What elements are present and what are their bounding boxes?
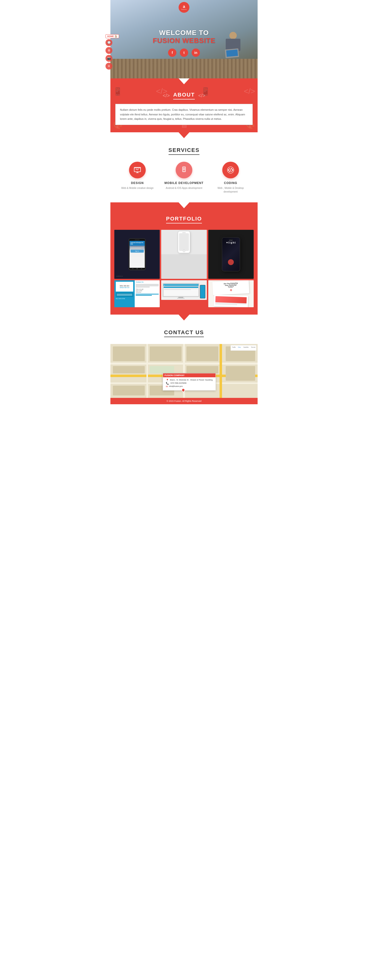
sidebar-item-chat[interactable]: 💬 [110,39,112,46]
svg-rect-1 [134,167,141,168]
service-design-icon [129,162,146,178]
hero-person [223,32,243,66]
service-coding-icon [222,162,239,178]
svg-point-5 [184,171,184,172]
footer: © 2015 Fusion. All Rights Reserved [110,398,258,404]
about-section: 📱 </> 📱 </> 🎨 🖥 🎨 </> ABOUT </> Nullam d… [110,84,258,132]
portfolio-header: PORTFOLIO [114,216,254,223]
portfolio-item-flyer[interactable]: Are You EnjoyingYour RedesignToday? + [208,280,254,307]
about-text: Nullam dictum felis eu pede mollis preti… [120,108,245,120]
contact-section: CONTACT US [110,320,258,344]
hero-arrow-separator [110,78,258,84]
portfolio-section: PORTFOLIO Who We AreWhat We Do 81 [110,208,258,315]
service-design: DESIGN Web & Mobile creative design [118,162,157,194]
svg-text:Satellite: Satellite [243,347,249,348]
portfolio-item-android[interactable]: Android UI Design Kit PSD Sign In [114,230,160,279]
map-phone-icon: 📞 [166,382,169,385]
services-header: SERVICES [115,147,253,155]
map-address-icon: 📍 [166,379,169,382]
hero-subtitle: FUSION WEBSITE [153,37,215,45]
sidebar: HOME 🏠 💬 ⚙ 📷 ✈ [110,34,119,70]
map-email-row: ✉ info@fusion.pro [166,385,213,388]
services-section: SERVICES DESIGN Web & Mobile creative de… [110,138,258,202]
contact-title: CONTACT US [164,329,204,337]
map-company-name: FUSION COMPANY [163,373,215,377]
hero-content: WELCOME TO FUSION WEBSITE f t in [153,29,215,57]
service-coding: CODING Web , Mobile & Desktop developmen… [211,162,250,194]
service-mobile: MOBILE DEVELOPMENT Android & IOS Apps de… [164,162,204,194]
portfolio-item-brochure[interactable]: Who We AreWhat We Do 812-345-6700 Contac… [114,280,160,307]
logo-letter: a [183,5,185,9]
sidebar-home-button[interactable]: HOME 🏠 [110,34,119,38]
service-mobile-icon [176,162,192,178]
portfolio-title: PORTFOLIO [166,216,202,223]
about-title-row: </> ABOUT </> [115,92,253,99]
svg-rect-25 [186,366,218,373]
svg-rect-24 [150,366,174,373]
svg-rect-30 [230,345,256,351]
about-header: </> ABOUT </> [115,92,253,99]
hero-title: WELCOME TO [153,29,215,37]
service-mobile-desc: Android & IOS Apps development [166,186,202,190]
about-arrow-separator [110,132,258,138]
svg-rect-23 [113,366,145,373]
pin-circle [181,388,186,393]
service-design-name: DESIGN [131,181,144,185]
sidebar-item-send[interactable]: ✈ [110,63,112,70]
map-location-pin [182,388,185,392]
home-icon: 🏠 [115,35,117,38]
services-grid: DESIGN Web & Mobile creative design MOBI… [115,162,253,194]
camera-icon: 📷 [110,57,111,60]
about-title-container: ABOUT [173,92,195,99]
map-email: info@fusion.pro [169,385,182,387]
chat-icon: 💬 [110,41,111,45]
portfolio-arrow-down [179,315,189,320]
svg-text:Map: Map [238,347,241,348]
svg-rect-21 [150,347,182,361]
portfolio-arrow-separator [110,315,258,320]
twitter-icon[interactable]: t [180,49,188,57]
logo-text: fusion [181,9,187,10]
home-label: HOME [110,35,114,38]
contact-header: CONTACT US [115,329,253,337]
facebook-icon[interactable]: f [168,49,176,57]
about-arrow-down [179,132,189,138]
hero-section: a fusion WELCOME TO FUSION WEBSITE f t i… [110,0,258,78]
svg-rect-26 [113,386,145,395]
svg-rect-20 [113,347,145,361]
hero-social-links: f t in [153,49,215,57]
about-deco-left: </> [163,93,170,99]
svg-rect-22 [186,347,218,361]
about-text-box: Nullam dictum felis eu pede mollis preti… [115,104,253,125]
svg-rect-29 [226,366,255,381]
about-deco-right: </> [198,93,205,99]
sidebar-item-settings[interactable]: ⚙ [110,47,112,54]
linkedin-icon[interactable]: in [192,49,200,57]
services-arrow-down [179,202,189,208]
logo-badge: a fusion [179,2,189,13]
hero-arrow-down [179,78,189,84]
footer-text: © 2015 Fusion. All Rights Reserved [166,400,202,402]
map-container[interactable]: Traffic Map Satellite Terrain FUSION COM… [110,344,258,398]
service-coding-desc: Web , Mobile & Desktop development [211,186,250,194]
portfolio-item-starnight[interactable]: star ✦light [208,230,254,279]
map-phone-row: 📞 +970 598-0225898 [166,382,213,385]
svg-text:Terrain: Terrain [251,347,255,348]
map-address: Elano , N. Mobnda St . Shawe & Flower Sa… [170,379,213,381]
map-email-icon: ✉ [166,385,168,388]
services-title: SERVICES [168,147,200,155]
services-arrow-separator [110,202,258,208]
svg-text:Traffic: Traffic [232,347,236,348]
map-phone: +970 598-0225898 [170,382,186,384]
service-mobile-name: MOBILE DEVELOPMENT [164,181,203,185]
map-address-row: 📍 Elano , N. Mobnda St . Shawe & Flower … [166,379,213,382]
service-coding-name: CODING [224,181,237,185]
svg-line-12 [230,168,231,172]
about-title: ABOUT [173,92,195,99]
portfolio-grid: Who We AreWhat We Do 812-345-6700 Contac… [114,228,254,307]
portfolio-item-website[interactable] [161,280,206,300]
map-info-box: FUSION COMPANY 📍 Elano , N. Mobnda St . … [163,373,216,391]
sidebar-item-camera[interactable]: 📷 [110,55,112,62]
portfolio-item-iphone-white[interactable] [161,230,206,279]
service-design-desc: Web & Mobile creative design [121,186,154,190]
